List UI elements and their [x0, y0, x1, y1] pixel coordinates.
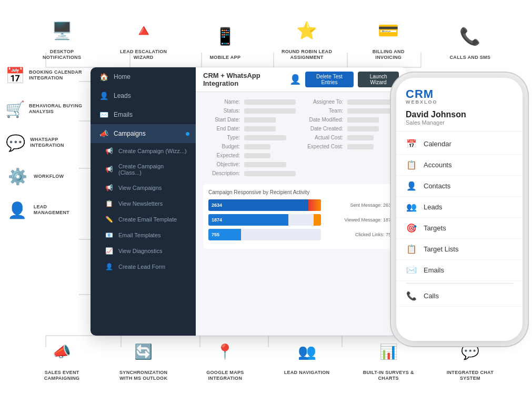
- form-date-modified-row: Date Modified:: [306, 115, 399, 124]
- form-expected-cost-row: Expected Cost:: [306, 142, 399, 151]
- sidebar-sub-view-email-templates[interactable]: 📧 Email Templates: [91, 227, 196, 243]
- form-status-row: Status:: [203, 106, 296, 115]
- sidebar-sub-label-6: View Diagnostics: [118, 248, 163, 254]
- chart-bar-label-1: 1874: [212, 217, 222, 223]
- form-date-created-row: Date Created:: [306, 124, 399, 133]
- sidebar-emails-label: Emails: [114, 111, 133, 118]
- phone-target-lists-icon: 📋: [406, 244, 417, 254]
- sidebar-leads-label: Leads: [114, 92, 131, 99]
- mobile-app-icon: 📱: [210, 21, 240, 52]
- phone-menu-item-accounts[interactable]: 📋 Accounts: [396, 155, 523, 176]
- bottom-icon-maps: 📍 GOOGLE MAPS INTEGRATION: [199, 336, 252, 381]
- phone-menu-item-contacts[interactable]: 👤 Contacts: [396, 176, 523, 197]
- left-icon-booking: 📅 BOOKING CALENDAR INTEGRATION: [5, 63, 84, 87]
- end-date-value: [244, 126, 276, 132]
- chart-stat-1: Viewed Message: 1874: [325, 217, 394, 223]
- phone-mockup: CRM WEBXLOO David Johnson Sales Manager …: [396, 78, 523, 341]
- chart-bar-label-0: 2634: [212, 203, 222, 208]
- sidebar-sub-create-email-template[interactable]: ✏️ Create Email Template: [91, 211, 196, 227]
- sub-icon-0: 📢: [105, 147, 113, 155]
- budget-label: Budget:: [203, 144, 240, 149]
- left-icon-whatsapp: 💬 WHATSAPP INTEGRATION: [5, 130, 84, 155]
- end-date-label: End Date:: [203, 126, 240, 132]
- sidebar-home-label: Home: [114, 73, 131, 80]
- chart-bar-row-1: 1874 Viewed Message: 1874: [208, 214, 394, 226]
- bottom-icon-chat: 💬 INTEGRATED CHAT SYSTEM: [444, 336, 496, 381]
- desktop-icon: 🖥️: [47, 15, 77, 46]
- form-team-row: Team:: [306, 106, 399, 115]
- emails-icon: ✉️: [99, 110, 108, 119]
- maps-icon: 📍: [210, 336, 240, 367]
- left-icon-workflow: ⚙️ WORKFLOW: [5, 164, 84, 188]
- type-value: [244, 135, 286, 140]
- sidebar-sub-view-campaigns[interactable]: 📢 View Campaigns: [91, 180, 196, 196]
- phone-menu-item-target-lists[interactable]: 📋 Target Lists: [396, 239, 523, 260]
- top-icon-round-robin: ⭐ ROUND ROBIN LEAD ASSIGNMENT: [280, 15, 333, 60]
- expected-value: [244, 153, 270, 158]
- sales-event-icon: 📣: [47, 336, 77, 367]
- objective-value: [244, 162, 286, 167]
- sidebar-sub-create-class[interactable]: 📢 Create Campaign (Class...): [91, 159, 196, 180]
- form-type-row: Type:: [203, 133, 296, 142]
- sidebar-item-emails[interactable]: ✉️ Emails: [91, 105, 196, 124]
- chart-bar-outer-1: 1874: [208, 214, 321, 226]
- chart-bar-outer-2: 755: [208, 229, 321, 240]
- phone-leads-icon: 👥: [406, 202, 417, 212]
- user-avatar-icon: 👤: [289, 74, 301, 85]
- actual-cost-value: [347, 135, 374, 140]
- chart-stat-0: Sent Message: 2634: [325, 203, 394, 208]
- crm-sidebar: 🏠 Home 👤 Leads ✉️ Emails 📣 Campaigns 📢 C…: [91, 67, 196, 336]
- desktop-label: DESKTOP NOTIFICATIONS: [36, 49, 88, 60]
- lead-mgmt-label: LEAD MANAGEMENT: [34, 204, 84, 216]
- leads-icon: 👤: [99, 92, 108, 100]
- phone-menu-item-leads[interactable]: 👥 Leads: [396, 197, 523, 218]
- form-name-row: Name:: [203, 97, 296, 106]
- chart-bars: 2634 Sent Message: 2634 1874 Viewed Mess…: [208, 199, 394, 240]
- phone-menu-label-emails: Emails: [424, 266, 444, 274]
- billing-icon: 💳: [373, 15, 404, 46]
- sidebar-sub-view-diagnostics[interactable]: 📈 View Diagnostics: [91, 243, 196, 259]
- sidebar-sub-label-0: Create Campaign (Wizz...): [118, 148, 187, 154]
- delete-test-entries-button[interactable]: Delete Test Entries: [305, 72, 354, 87]
- workflow-label: WORKFLOW: [34, 174, 64, 179]
- sidebar-sub-view-newsletters[interactable]: 📋 View Newsletters: [91, 196, 196, 211]
- status-value: [244, 108, 296, 114]
- phone-calls-icon: 📞: [406, 291, 417, 301]
- sync-label: SYNCHRONIZATION WITH MS OUTLOOK: [117, 370, 170, 381]
- date-created-value: [347, 126, 379, 132]
- sub-icon-4: ✏️: [105, 216, 113, 223]
- lead-mgmt-icon: 👤: [5, 198, 29, 222]
- phone-menu-item-calls[interactable]: 📞 Calls: [396, 286, 523, 307]
- calls-icon: 📞: [455, 21, 485, 52]
- surveys-label: BUILT-IN SURVEYS & CHARTS: [362, 370, 415, 381]
- description-label: Description:: [203, 170, 240, 176]
- crm-window-title: CRM + WhatsApp Integration: [203, 72, 289, 87]
- sidebar-sub-create-lead-form[interactable]: 👤 Create Lead Form: [91, 259, 196, 275]
- crm-main-content: CRM + WhatsApp Integration 👤 Delete Test…: [196, 67, 406, 336]
- left-icons-column: 📅 BOOKING CALENDAR INTEGRATION 🛒 BEHAVIO…: [0, 63, 84, 222]
- sidebar-item-leads[interactable]: 👤 Leads: [91, 86, 196, 105]
- crm-sub-brand: WEBXLOO: [406, 100, 438, 105]
- chart-bar-row-2: 755 Clicked Links: 755: [208, 229, 394, 240]
- sales-event-label: SALES EVENT CAMPAIGNING: [36, 370, 88, 381]
- phone-contacts-icon: 👤: [406, 181, 417, 191]
- top-icons-row: 🖥️ DESKTOP NOTIFICATIONS 🔺 LEAD ESCALATI…: [0, 0, 532, 60]
- sidebar-item-campaigns[interactable]: 📣 Campaigns: [91, 124, 196, 143]
- expected-cost-label: Expected Cost:: [306, 144, 343, 149]
- expected-label: Expected:: [203, 153, 240, 158]
- phone-menu-label-contacts: Contacts: [424, 182, 450, 190]
- sidebar-sub-create-wizz[interactable]: 📢 Create Campaign (Wizz...): [91, 143, 196, 159]
- sidebar-item-home[interactable]: 🏠 Home: [91, 67, 196, 86]
- form-assignee-row: Assignee To:: [306, 97, 399, 106]
- sidebar-sub-label-2: View Campaigns: [118, 185, 162, 191]
- phone-menu-item-emails[interactable]: ✉️ Emails: [396, 260, 523, 281]
- launch-wizard-button[interactable]: Launch Wizard: [358, 72, 399, 87]
- phone-menu-label-calendar: Calendar: [424, 140, 451, 148]
- assignee-value: [347, 99, 399, 105]
- date-modified-value: [347, 117, 379, 123]
- form-expected-row: Expected:: [203, 151, 296, 160]
- phone-menu-item-targets[interactable]: 🎯 Targets: [396, 218, 523, 239]
- booking-label: BOOKING CALENDAR INTEGRATION: [29, 69, 84, 81]
- behavioral-icon: 🛒: [5, 97, 25, 121]
- phone-menu-item-calendar[interactable]: 📅 Calendar: [396, 134, 523, 155]
